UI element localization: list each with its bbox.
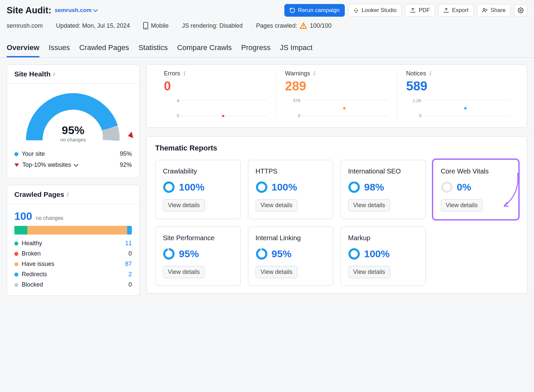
export-button[interactable]: Export bbox=[438, 4, 473, 17]
tcard-title: Internal Linking bbox=[256, 234, 326, 242]
svg-point-0 bbox=[355, 8, 357, 10]
dot-icon bbox=[14, 273, 18, 277]
tab-progress[interactable]: Progress bbox=[241, 39, 270, 57]
settings-button[interactable] bbox=[514, 4, 527, 16]
export-label: Export bbox=[452, 7, 468, 14]
view-details-button[interactable]: View details bbox=[163, 199, 205, 212]
tcard-percent: 95% bbox=[272, 248, 292, 260]
crawl-legend-row[interactable]: Redirects2 bbox=[14, 271, 132, 278]
thematic-international-seo: International SEO98%View details bbox=[340, 160, 426, 219]
info-icon[interactable]: i bbox=[53, 71, 55, 78]
thematic-markup: Markup100%View details bbox=[340, 227, 426, 286]
tcard-title: Site Performance bbox=[163, 234, 233, 242]
spark-point-icon bbox=[222, 115, 224, 117]
info-icon[interactable]: i bbox=[184, 70, 185, 77]
thematic-internal-linking: Internal Linking95%View details bbox=[248, 227, 333, 286]
crawl-legend-label: Broken bbox=[22, 250, 41, 257]
svg-point-3 bbox=[355, 12, 357, 13]
info-icon[interactable]: i bbox=[430, 70, 431, 77]
stat-errors: Errorsi040 bbox=[155, 70, 276, 118]
crawl-legend-label: Redirects bbox=[22, 271, 47, 278]
crawl-legend-row[interactable]: Blocked0 bbox=[14, 281, 132, 288]
tab-issues[interactable]: Issues bbox=[49, 39, 70, 57]
svg-point-21 bbox=[257, 249, 266, 259]
crawl-legend-row[interactable]: Have issues87 bbox=[14, 261, 132, 268]
legend-top10[interactable]: Top-10% websites 92% bbox=[14, 159, 132, 170]
legend-val: 95% bbox=[120, 150, 132, 157]
crawled-bar bbox=[14, 226, 132, 235]
thematic-https: HTTPS100%View details bbox=[248, 160, 333, 219]
crawl-legend-value: 0 bbox=[118, 281, 132, 288]
view-details-button[interactable]: View details bbox=[441, 199, 483, 212]
health-pct: 95% bbox=[23, 124, 123, 137]
tcard-percent: 100% bbox=[364, 248, 390, 260]
svg-point-5 bbox=[520, 10, 522, 11]
sparkline: 1.2K0 bbox=[406, 98, 510, 118]
refresh-icon bbox=[289, 7, 295, 13]
looker-button[interactable]: Looker Studio bbox=[348, 4, 402, 17]
progress-ring-icon bbox=[441, 181, 453, 193]
pdf-button[interactable]: PDF bbox=[405, 4, 435, 17]
spark-axis-top: 4 bbox=[164, 98, 179, 103]
meta-crawled-value: 100/100 bbox=[310, 22, 331, 29]
upload-icon bbox=[410, 7, 416, 13]
bar-segment bbox=[127, 226, 132, 235]
view-details-button[interactable]: View details bbox=[348, 266, 390, 278]
meta-js: JS rendering: Disabled bbox=[182, 22, 243, 29]
tcard-percent: 100% bbox=[272, 181, 297, 193]
tcard-percent: 100% bbox=[179, 181, 205, 193]
tab-js-impact[interactable]: JS Impact bbox=[280, 39, 313, 57]
svg-point-13 bbox=[257, 182, 266, 192]
tcard-percent: 95% bbox=[179, 248, 199, 260]
crawl-legend-label: Healthy bbox=[22, 240, 42, 247]
tcard-title: Markup bbox=[348, 234, 418, 242]
thematic-site-performance: Site Performance95%View details bbox=[155, 227, 241, 286]
progress-ring-icon bbox=[348, 181, 360, 193]
view-details-button[interactable]: View details bbox=[256, 266, 298, 278]
thematic-title: Thematic Reports bbox=[155, 144, 518, 152]
stat-notices: Noticesi5891.2K0 bbox=[397, 70, 518, 118]
progress-ring-icon bbox=[256, 181, 268, 193]
svg-point-2 bbox=[356, 10, 358, 12]
crawl-legend-value: 0 bbox=[118, 250, 132, 257]
view-details-button[interactable]: View details bbox=[256, 199, 298, 212]
health-gauge: 95% no changes bbox=[23, 92, 123, 145]
health-legend: Your site 95% Top-10% websites 92% bbox=[7, 147, 139, 178]
crawl-legend-value: 11 bbox=[118, 240, 132, 247]
tab-statistics[interactable]: Statistics bbox=[139, 39, 168, 57]
crawl-legend-label: Have issues bbox=[22, 261, 54, 268]
view-details-button[interactable]: View details bbox=[348, 199, 390, 212]
crawled-sub: no changes bbox=[36, 215, 63, 221]
tab-overview[interactable]: Overview bbox=[7, 39, 39, 57]
spark-axis-bot: 0 bbox=[285, 113, 300, 118]
tab-compare-crawls[interactable]: Compare Crawls bbox=[177, 39, 232, 57]
meta-bar: semrush.com Updated: Mon, Jul 15, 2024 M… bbox=[7, 17, 527, 29]
stat-value: 289 bbox=[285, 79, 388, 93]
crawl-legend-row[interactable]: Broken0 bbox=[14, 250, 132, 257]
title-bar: Site Audit: semrush.com Rerun campaign L… bbox=[7, 4, 527, 17]
looker-label: Looker Studio bbox=[362, 7, 397, 14]
crawl-legend-row[interactable]: Healthy11 bbox=[14, 240, 132, 247]
sparkline: 40 bbox=[164, 98, 267, 118]
progress-ring-icon bbox=[163, 248, 175, 260]
svg-point-1 bbox=[354, 10, 356, 12]
info-icon[interactable]: i bbox=[67, 191, 68, 198]
svg-point-4 bbox=[483, 8, 485, 10]
dot-icon bbox=[14, 242, 18, 246]
rerun-button[interactable]: Rerun campaign bbox=[284, 4, 345, 17]
meta-crawled-label: Pages crawled: bbox=[256, 22, 297, 29]
share-button[interactable]: Share bbox=[477, 4, 511, 17]
svg-point-11 bbox=[164, 182, 174, 192]
spark-axis-bot: 0 bbox=[406, 113, 422, 118]
gear-icon bbox=[518, 7, 524, 13]
mobile-icon bbox=[143, 22, 148, 29]
info-icon[interactable]: i bbox=[313, 70, 315, 77]
stat-warnings: Warningsi2895780 bbox=[276, 70, 397, 118]
domain-dropdown[interactable]: semrush.com bbox=[55, 7, 97, 14]
svg-point-19 bbox=[164, 249, 174, 259]
tab-crawled-pages[interactable]: Crawled Pages bbox=[79, 39, 129, 57]
crawled-title: Crawled Pages bbox=[14, 190, 64, 199]
gauge-needle-icon bbox=[127, 132, 133, 139]
view-details-button[interactable]: View details bbox=[163, 266, 205, 278]
person-add-icon bbox=[482, 7, 488, 13]
